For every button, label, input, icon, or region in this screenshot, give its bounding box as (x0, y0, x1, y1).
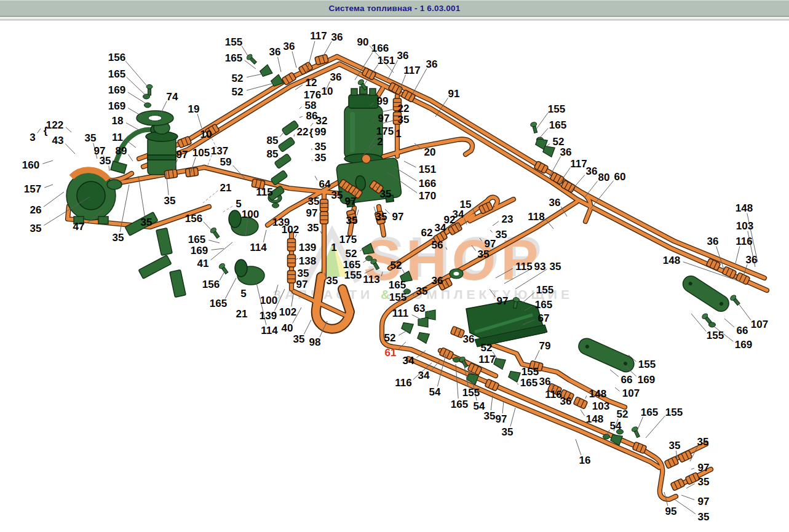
title-bar-divider (0, 17, 789, 20)
strap-66-right (680, 273, 732, 315)
fuel-system-diagram: SHOP SHOP ЗАПЧАСТИ & КОМПЛЕКТУЮЩИЕ (0, 0, 789, 532)
page-title: Система топливная - 1 6.03.001 (329, 4, 461, 13)
flange-74 (137, 111, 173, 125)
fuel-filter (344, 87, 383, 164)
parts-catalog-window: SHOP SHOP ЗАПЧАСТИ & КОМПЛЕКТУЮЩИЕ (0, 0, 789, 532)
title-bar: Система топливная - 1 6.03.001 (0, 0, 789, 17)
heat-shield (466, 300, 547, 347)
strap-66 (576, 336, 636, 375)
valve-housing (229, 210, 264, 285)
